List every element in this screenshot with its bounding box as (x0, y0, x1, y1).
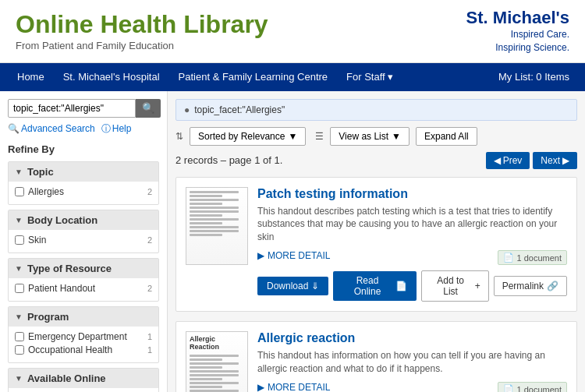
document-icon: 📄 (503, 253, 514, 263)
doc-line (190, 222, 222, 224)
nav-centre[interactable]: Patient & Family Learning Centre (169, 63, 337, 91)
external-link-icon: 📄 (395, 281, 407, 291)
pagination: ◀ Prev Next ▶ (486, 152, 577, 169)
download-icon: ⇓ (311, 281, 319, 291)
facet-program-emergency-dept: Emergency Department 1 (15, 331, 152, 342)
doc-line (190, 374, 239, 376)
nav-staff[interactable]: For Staff ▾ (337, 63, 402, 91)
sort-icon: ⇅ (176, 131, 183, 142)
document-icon: 📄 (503, 384, 514, 392)
doc-line (190, 207, 239, 209)
result-description-2: This handout has information on how you … (257, 349, 567, 376)
main-layout: 🔍 🔍 Advanced Search ⓘ Help Refine By ▼ T… (0, 91, 585, 392)
expand-all-button[interactable]: Expand All (416, 127, 477, 146)
remove-filter-icon[interactable]: ● (184, 104, 190, 115)
chevron-down-icon: ▼ (15, 374, 23, 383)
doc-line (190, 362, 239, 365)
result-actions-1: Download ⇓ Read Online 📄 Add to List + P… (257, 270, 567, 302)
facet-program-emergency-checkbox[interactable] (15, 332, 24, 341)
facet-available-online-header[interactable]: ▼ Available Online (9, 369, 158, 388)
chevron-down-icon: ▼ (15, 168, 23, 176)
results-toolbar: ⇅ Sorted by Relevance ▼ ☰ View as List ▼… (176, 127, 577, 146)
doc-line (190, 195, 222, 197)
plus-icon: + (475, 281, 480, 291)
doc-line (190, 230, 239, 232)
search-input[interactable] (8, 99, 136, 118)
facet-program-body: Emergency Department 1 Occupational Heal… (9, 327, 158, 362)
facet-program-occupational-checkbox[interactable] (15, 345, 24, 355)
facet-topic: ▼ Topic Allergies 2 (8, 161, 159, 205)
sidebar: 🔍 🔍 Advanced Search ⓘ Help Refine By ▼ T… (0, 91, 168, 392)
site-title-block: Online Health Library From Patient and F… (16, 11, 268, 51)
chevron-down-icon: ▼ (15, 313, 23, 321)
add-to-list-button-1[interactable]: Add to List + (421, 270, 489, 302)
facet-program-header[interactable]: ▼ Program (9, 307, 158, 327)
facet-program: ▼ Program Emergency Department 1 Occupat… (8, 306, 159, 363)
next-button[interactable]: Next ▶ (533, 152, 577, 169)
doc-line (190, 378, 222, 380)
sort-button[interactable]: Sorted by Relevance ▼ (190, 127, 306, 146)
doc-line (190, 370, 239, 373)
site-subtitle: From Patient and Family Education (16, 40, 268, 51)
result-card-2: Allergic Reaction Allergic reaction This… (176, 321, 577, 392)
advanced-search-link[interactable]: 🔍 Advanced Search (8, 122, 95, 136)
doc-badge-2: 📄 1 document (498, 382, 567, 392)
info-icon: ▶ (257, 250, 264, 261)
prev-button[interactable]: ◀ Prev (486, 152, 530, 169)
chevron-down-icon: ▼ (15, 264, 23, 273)
facet-body-location-body: Skin 2 (9, 230, 158, 253)
doc-line (190, 234, 222, 236)
facet-body-location-skin-checkbox[interactable] (15, 235, 24, 245)
more-detail-link-1[interactable]: ▶ MORE DETAIL (257, 250, 330, 261)
facet-topic-body: Allergies 2 (9, 182, 158, 204)
search-links: 🔍 Advanced Search ⓘ Help (8, 122, 159, 136)
permalink-button-1[interactable]: Permalink 🔗 (494, 276, 567, 296)
logo-tagline: Inspired Care. Inspiring Science. (466, 28, 569, 55)
result-thumbnail-1 (186, 187, 248, 265)
view-chevron-icon: ▼ (392, 131, 401, 142)
facet-topic-header[interactable]: ▼ Topic (9, 162, 158, 182)
read-online-button-1[interactable]: Read Online 📄 (333, 271, 416, 301)
result-title-2[interactable]: Allergic reaction (257, 331, 567, 345)
result-card-1: Patch testing information This handout d… (176, 177, 577, 312)
facet-resource-type-patient-handout-checkbox[interactable] (15, 284, 24, 293)
doc-line (190, 191, 239, 193)
content-area: ● topic_facet:"Allergies" ⇅ Sorted by Re… (168, 91, 585, 392)
info-icon: ▶ (257, 382, 264, 392)
doc-line (190, 386, 222, 388)
doc-line (190, 218, 239, 221)
result-title-1[interactable]: Patch testing information (257, 187, 567, 201)
doc-preview-2: Allergic Reaction (186, 332, 247, 392)
next-arrow-icon: ▶ (562, 155, 569, 166)
download-button-1[interactable]: Download ⇓ (257, 277, 328, 295)
page-header: Online Health Library From Patient and F… (0, 0, 585, 63)
active-filter: ● topic_facet:"Allergies" (176, 99, 577, 121)
prev-arrow-icon: ◀ (494, 155, 501, 166)
result-body-2: Allergic reaction This handout has infor… (257, 331, 567, 392)
result-thumbnail-2: Allergic Reaction (186, 331, 248, 392)
results-summary-bar: 2 records – page 1 of 1. ◀ Prev Next ▶ (176, 152, 577, 169)
nav-mylist: My List: 0 Items (491, 63, 577, 91)
doc-line (190, 226, 239, 228)
sort-chevron-icon: ▼ (288, 131, 297, 142)
logo-name: St. Michael's (466, 8, 569, 28)
doc-preview-title: Allergic Reaction (190, 335, 244, 351)
search-button[interactable]: 🔍 (136, 99, 161, 118)
doc-line (190, 210, 239, 213)
doc-preview-1 (186, 188, 247, 264)
facet-available-online: ▼ Available Online PDF 2 (8, 368, 159, 392)
facet-resource-type-header[interactable]: ▼ Type of Resource (9, 259, 158, 278)
facet-topic-allergies-checkbox[interactable] (15, 187, 24, 196)
logo-block: St. Michael's Inspired Care. Inspiring S… (466, 8, 569, 55)
help-link[interactable]: ⓘ Help (101, 122, 132, 136)
view-button[interactable]: View as List ▼ (330, 127, 410, 146)
nav-home[interactable]: Home (8, 63, 54, 91)
facet-resource-type-body: Patient Handout 2 (9, 278, 158, 301)
doc-line (190, 214, 222, 217)
facet-body-location-item-skin: Skin 2 (15, 235, 152, 245)
nav-hospital[interactable]: St. Michael's Hospital (54, 63, 169, 91)
doc-badge-1: 📄 1 document (498, 250, 567, 265)
facet-body-location-header[interactable]: ▼ Body Location (9, 210, 158, 230)
more-detail-link-2[interactable]: ▶ MORE DETAIL (257, 382, 330, 392)
results-count: 2 records – page 1 of 1. (176, 154, 282, 166)
